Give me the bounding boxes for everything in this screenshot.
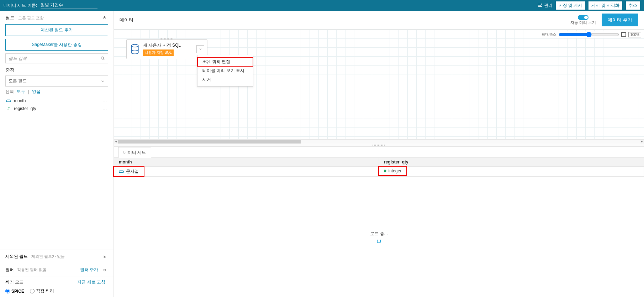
select-all-link[interactable]: 모두	[17, 89, 25, 95]
publish-visualize-button[interactable]: 게시 및 시각화	[588, 1, 623, 10]
svg-point-0	[101, 57, 104, 59]
excluded-fields-sub: 제외된 필드가 없음	[31, 254, 65, 259]
sql-node[interactable]: 새 사용자 지정 SQL 사용자 지정 SQL	[126, 39, 207, 59]
bottom-panel: 데이터 세트 month문자열register_qty#integer 로드 중…	[114, 146, 644, 297]
scroll-left-button[interactable]: ◄	[114, 140, 118, 144]
zoom-control: 확대/축소 100%	[541, 31, 642, 38]
column-register_qty: register_qty#integer	[379, 158, 644, 176]
chevron-down-double-icon	[102, 254, 107, 259]
focus-select[interactable]: 모든 필드	[5, 75, 108, 87]
auto-preview-toggle[interactable]	[578, 15, 588, 20]
svg-rect-3	[119, 171, 123, 172]
focus-heading: 중점	[5, 67, 108, 73]
search-icon	[100, 56, 105, 61]
data-heading: 데이터	[120, 17, 133, 23]
select-label: 선택	[5, 89, 14, 95]
auto-preview-label: 자동 미리 보기	[570, 20, 596, 25]
menu-edit-sql[interactable]: SQL 쿼리 편집	[197, 57, 253, 66]
focus-value: 모든 필드	[9, 78, 27, 84]
scroll-right-button[interactable]: ►	[640, 140, 644, 144]
tab-dataset[interactable]: 데이터 세트	[118, 147, 151, 158]
chevron-up-double-icon	[102, 15, 107, 20]
excluded-collapse-toggle[interactable]	[101, 253, 108, 260]
fields-heading: 필드	[5, 15, 15, 20]
zoom-label: 확대/축소	[542, 32, 557, 37]
column-header[interactable]: register_qty	[379, 158, 644, 167]
save-publish-button[interactable]: 저장 및 게시	[555, 1, 586, 10]
column-header-row: month문자열register_qty#integer	[114, 158, 644, 177]
column-header[interactable]: month	[114, 158, 379, 167]
manage-link[interactable]: 관리	[538, 2, 553, 9]
svg-rect-1	[6, 100, 11, 101]
zoom-percent[interactable]: 100%	[628, 32, 641, 37]
field-name: register_qty	[14, 106, 36, 111]
column-type-selector[interactable]: 문자열	[114, 167, 144, 176]
field-item-register_qty[interactable]: #register_qty...	[5, 105, 108, 113]
svg-point-2	[131, 45, 138, 47]
filter-label: 필터	[5, 267, 14, 272]
refresh-now-link[interactable]: 지금 새로 고침	[77, 279, 105, 285]
menu-remove[interactable]: 제거	[197, 75, 253, 84]
field-more-button[interactable]: ...	[102, 106, 108, 111]
scroll-thumb[interactable]	[118, 140, 301, 144]
canvas[interactable]: 확대/축소 100% 새 사용자 지정 SQL 사용자 지정 SQL SQL 쿼	[114, 30, 644, 144]
sidebar: 필드 모든 필드 포함 계산된 필드 추가 SageMaker를 사용한 증강 …	[0, 11, 114, 297]
add-calculated-field-button[interactable]: 계산된 필드 추가	[5, 24, 108, 36]
sql-node-badge: 사용자 지정 SQL	[143, 50, 174, 56]
chevron-down-icon	[199, 47, 202, 51]
cancel-button[interactable]: 취소	[625, 1, 640, 10]
scroll-track[interactable]	[118, 140, 640, 144]
fields-collapse-toggle[interactable]	[101, 14, 108, 21]
loading-spinner-icon	[377, 239, 381, 243]
column-type-label: integer	[389, 168, 402, 173]
column-type-label: 문자열	[126, 168, 139, 174]
filter-sub: 적용된 필터 없음	[17, 267, 47, 272]
filter-collapse-toggle[interactable]	[101, 266, 108, 273]
number-type-icon: #	[5, 106, 12, 111]
zoom-slider[interactable]	[559, 32, 619, 37]
add-filter-link[interactable]: 필터 추가	[80, 267, 98, 273]
excluded-fields-label: 제외된 필드	[5, 254, 28, 259]
field-list: month...#register_qty...	[5, 97, 108, 113]
select-none-link[interactable]: 없음	[32, 89, 41, 95]
spice-radio[interactable]: SPICE	[5, 289, 24, 294]
main: 데이터 자동 미리 보기 데이터 추가 확대/축소 100%	[114, 11, 644, 297]
number-type-icon: #	[384, 168, 386, 173]
field-name: month	[14, 98, 26, 103]
fit-to-screen-button[interactable]	[621, 32, 626, 37]
dataset-name-input[interactable]	[41, 2, 97, 9]
dataset-name-label: 데이터 세트 이름:	[4, 2, 37, 9]
fields-subtext: 모든 필드 포함	[18, 16, 44, 20]
canvas-scrollbar[interactable]: ◄ ►	[114, 139, 644, 144]
field-search-input[interactable]	[5, 53, 108, 63]
sql-node-title: 새 사용자 지정 SQL	[143, 42, 181, 48]
chevron-down-double-icon	[102, 267, 107, 272]
vertical-resize-handle[interactable]	[114, 144, 644, 146]
text-type-icon	[5, 98, 12, 103]
loading-text: 로드 중...	[370, 231, 387, 237]
node-context-menu: SQL 쿼리 편집 테이블 미리 보기 표시 제거	[197, 55, 253, 87]
sliders-icon	[538, 3, 543, 8]
database-icon	[130, 43, 140, 55]
column-type-selector[interactable]: #integer	[379, 167, 406, 175]
query-mode-label: 쿼리 모드	[5, 279, 23, 285]
text-type-icon	[119, 170, 124, 174]
main-header: 데이터 자동 미리 보기 데이터 추가	[114, 11, 644, 30]
sql-node-expand-button[interactable]	[196, 45, 204, 53]
add-data-button[interactable]: 데이터 추가	[602, 14, 638, 26]
topbar: 데이터 세트 이름: 관리 저장 및 게시 게시 및 시각화 취소	[0, 0, 644, 11]
manage-label: 관리	[544, 2, 553, 9]
menu-preview-table[interactable]: 테이블 미리 보기 표시	[197, 66, 253, 75]
column-month: month문자열	[114, 158, 379, 176]
field-more-button[interactable]: ...	[102, 98, 108, 103]
field-item-month[interactable]: month...	[5, 97, 108, 105]
sagemaker-augment-button[interactable]: SageMaker를 사용한 증강	[5, 39, 108, 51]
chevron-down-icon	[101, 79, 105, 83]
direct-query-radio[interactable]: 직접 쿼리	[30, 288, 54, 294]
